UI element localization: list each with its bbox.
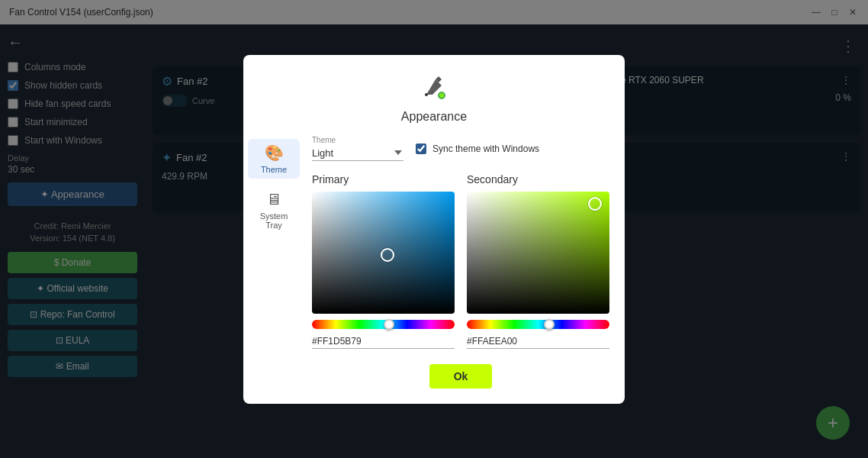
modal-nav: 🎨 Theme 🖥 System Tray [243,136,304,389]
secondary-section-title: Secondary [467,173,609,185]
secondary-hue-container [467,320,609,329]
sync-checkbox[interactable] [416,144,426,154]
secondary-hue-thumb [544,319,555,330]
theme-nav-icon: 🎨 [265,144,284,162]
primary-hue-thumb [384,319,394,330]
modal-icon [420,73,448,107]
ok-button[interactable]: Ok [429,364,493,389]
secondary-color-gradient[interactable] [467,192,609,314]
sync-label: Sync theme with Windows [432,144,539,154]
svg-point-0 [425,93,428,96]
primary-hex-input[interactable] [312,334,455,349]
modal-body: 🎨 Theme 🖥 System Tray Theme Light Dar [243,136,625,389]
primary-color-cursor [381,248,394,262]
primary-hue-slider[interactable] [312,320,455,329]
modal-right-content: Theme Light Dark Sync theme with Windows [304,136,625,389]
secondary-hex-input[interactable] [467,334,609,349]
theme-group: Theme Light Dark [312,136,403,161]
appearance-modal: Appearance 🎨 Theme 🖥 System Tray Theme [243,55,625,404]
system-tray-nav-icon: 🖥 [266,191,281,208]
primary-color-section: Primary [312,173,455,349]
modal-nav-system-tray[interactable]: 🖥 System Tray [248,186,300,234]
modal-title: Appearance [401,110,467,124]
modal-overlay: Appearance 🎨 Theme 🖥 System Tray Theme [0,0,868,458]
theme-field-label: Theme [312,136,403,144]
color-sections: Primary Secondary [312,173,609,349]
system-tray-nav-label: System Tray [254,211,294,230]
primary-color-gradient[interactable] [312,192,455,314]
primary-hue-container [312,320,455,329]
ok-button-container: Ok [312,358,609,389]
secondary-hue-slider[interactable] [467,320,609,329]
secondary-color-section: Secondary [467,173,609,349]
secondary-color-cursor [588,197,602,211]
svg-point-2 [439,93,444,98]
primary-section-title: Primary [312,173,455,185]
sync-row: Sync theme with Windows [416,144,539,154]
theme-nav-label: Theme [261,165,287,174]
theme-select[interactable]: Light Dark [312,146,403,161]
theme-row: Theme Light Dark Sync theme with Windows [312,136,609,161]
appearance-icon [420,73,448,101]
modal-nav-theme[interactable]: 🎨 Theme [248,139,300,179]
